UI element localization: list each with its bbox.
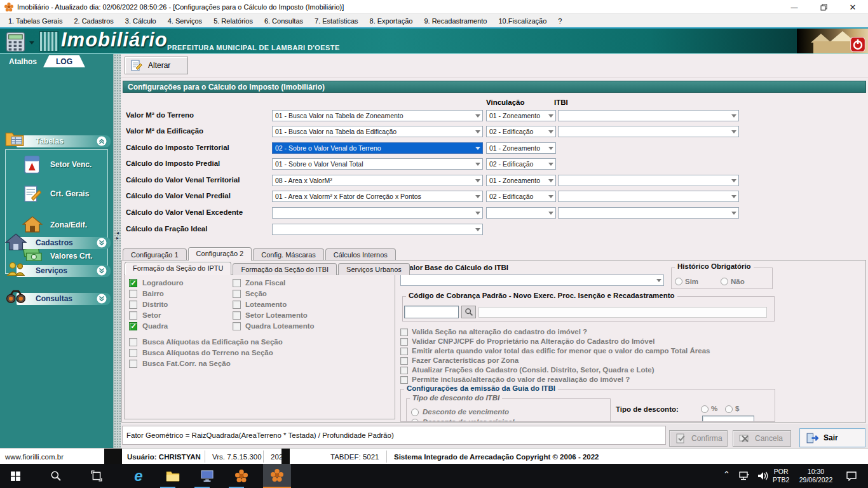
valor-base-itbi-select[interactable] bbox=[400, 274, 664, 286]
menu-fiscalizacao[interactable]: 10.Fiscalização bbox=[492, 16, 552, 26]
taskbar-search-button[interactable] bbox=[42, 464, 70, 488]
alterar-button[interactable]: Alterar bbox=[125, 57, 188, 74]
checkbox-atualizar-fracoes[interactable] bbox=[400, 367, 408, 374]
file-explorer-icon[interactable] bbox=[159, 464, 187, 488]
minimize-button[interactable]: — bbox=[782, 0, 807, 14]
radio-historico-nao[interactable] bbox=[721, 278, 728, 285]
itbi-select[interactable] bbox=[558, 126, 739, 137]
restore-button[interactable] bbox=[811, 0, 836, 14]
desconto-valor-input[interactable] bbox=[702, 416, 754, 422]
checkbox-permite-reavaliacao[interactable] bbox=[400, 376, 408, 384]
start-button[interactable] bbox=[1, 464, 29, 488]
checkbox-setor-loteamento[interactable] bbox=[233, 311, 241, 320]
radio-desconto-percent[interactable] bbox=[701, 405, 709, 413]
checkbox-label: Setor bbox=[142, 311, 161, 319]
tab-configuracao-1[interactable]: Configuração 1 bbox=[123, 248, 187, 261]
fracao-ideal-select[interactable] bbox=[272, 224, 483, 235]
menu-estatisticas[interactable]: 7. Estatísticas bbox=[309, 16, 363, 26]
venal-excedente-select[interactable] bbox=[272, 207, 483, 219]
radio-desconto-cash[interactable] bbox=[725, 405, 733, 413]
tray-chevron-icon[interactable]: ⌃ bbox=[723, 470, 730, 478]
sidebar-tab-atalhos[interactable]: Atalhos bbox=[9, 57, 37, 66]
vinculacao-select[interactable]: 02 - Edificação bbox=[486, 158, 556, 170]
checkbox-valida-secao[interactable] bbox=[400, 329, 408, 336]
system-app-icon[interactable] bbox=[193, 464, 221, 488]
vinculacao-select[interactable]: 01 - Zoneamento bbox=[486, 142, 556, 154]
codigo-cobranca-input[interactable] bbox=[404, 306, 459, 318]
chevron-down-icon[interactable] bbox=[97, 238, 107, 248]
fiorilli-app-icon[interactable] bbox=[227, 464, 255, 488]
network-icon[interactable] bbox=[735, 464, 754, 488]
vinculacao-select[interactable]: 01 - Zoneamento bbox=[486, 110, 556, 121]
checkbox-caracteristicas-zona[interactable] bbox=[400, 357, 408, 365]
volume-icon[interactable] bbox=[752, 464, 773, 488]
tab-formacao-secao-iptu[interactable]: Formação da Seção do IPTU bbox=[125, 262, 231, 275]
checkbox-validar-cnpj-cpf[interactable] bbox=[400, 338, 408, 346]
imposto-territorial-select[interactable]: 02 - Sobre o Valor Venal do Terreno bbox=[272, 142, 483, 154]
banner-dropdown-arrow-icon[interactable] bbox=[29, 41, 34, 44]
imposto-predial-select[interactable]: 01 - Sobre o Valor Venal Total bbox=[272, 158, 483, 170]
checkbox-quadra[interactable] bbox=[129, 322, 137, 330]
internet-explorer-icon[interactable]: e bbox=[125, 464, 153, 488]
radio-historico-sim[interactable] bbox=[675, 278, 682, 285]
sidebar-tab-log[interactable]: LOG bbox=[43, 55, 85, 67]
vinculacao-select[interactable]: 02 - Edificação bbox=[486, 126, 556, 137]
fiorilli-app-icon-active[interactable] bbox=[263, 464, 291, 488]
checkbox-busca-aliquotas-edificacao[interactable] bbox=[129, 338, 137, 346]
status-website[interactable]: www.fiorilli.com.br bbox=[0, 449, 69, 464]
tab-config-mascaras[interactable]: Config. Máscaras bbox=[253, 248, 324, 261]
tab-formacao-secao-itbi[interactable]: Formação da Seção do ITBI bbox=[233, 263, 337, 275]
sidebar-group-servicos[interactable]: Serviços bbox=[1, 264, 111, 278]
checkbox-quadra-loteamento[interactable] bbox=[233, 322, 241, 330]
menu-servicos[interactable]: 4. Serviços bbox=[162, 16, 208, 26]
itbi-select[interactable] bbox=[558, 207, 739, 219]
checkbox-zona-fiscal[interactable] bbox=[233, 279, 241, 287]
checkbox-secao[interactable] bbox=[233, 290, 241, 298]
radio-desconto-valor-original[interactable] bbox=[411, 419, 419, 422]
checkbox-bairro[interactable] bbox=[129, 290, 137, 298]
menu-relatorios[interactable]: 5. Relatórios bbox=[208, 16, 259, 26]
clock[interactable]: 10:3029/06/2022 bbox=[793, 468, 839, 484]
notification-center-icon[interactable] bbox=[840, 464, 863, 488]
task-view-button[interactable] bbox=[83, 464, 111, 488]
itbi-select[interactable] bbox=[558, 110, 739, 121]
itbi-select[interactable] bbox=[558, 191, 739, 202]
power-button-icon[interactable] bbox=[850, 37, 865, 52]
checkbox-setor[interactable] bbox=[129, 311, 137, 320]
language-indicator[interactable]: PORPTB2 bbox=[773, 468, 789, 484]
sidebar-group-consultas[interactable]: Consultas bbox=[1, 292, 111, 306]
vinculacao-select[interactable]: 01 - Zoneamento bbox=[486, 175, 556, 186]
chevron-down-icon[interactable] bbox=[97, 266, 107, 276]
menu-calculo[interactable]: 3. Cálculo bbox=[119, 16, 162, 26]
tab-configuracao-2[interactable]: Configuração 2 bbox=[188, 247, 252, 261]
edificacao-m2-select[interactable]: 01 - Busca Valor na Tabela da Edificação bbox=[272, 126, 483, 137]
checkbox-emitir-alerta[interactable] bbox=[400, 348, 408, 355]
sair-button[interactable]: Sair bbox=[799, 428, 865, 447]
menu-recadastramento[interactable]: 9. Recadastramento bbox=[418, 16, 492, 26]
close-button[interactable]: ✕ bbox=[840, 0, 865, 14]
tab-servicos-urbanos[interactable]: Serviços Urbanos bbox=[338, 263, 410, 275]
radio-desconto-vencimento[interactable] bbox=[411, 409, 419, 416]
chevron-down-icon[interactable] bbox=[97, 294, 107, 304]
terreno-m2-select[interactable]: 01 - Busca Valor na Tabela de Zoneamento bbox=[272, 110, 483, 121]
checkbox-busca-aliquotas-terreno[interactable] bbox=[129, 349, 137, 357]
menu-tabelas-gerais[interactable]: 1. Tabelas Gerais bbox=[3, 16, 68, 26]
tab-calculos-internos[interactable]: Cálculos Internos bbox=[325, 248, 396, 261]
confirma-button[interactable]: Confirma bbox=[669, 430, 728, 447]
checkbox-loteamento[interactable] bbox=[233, 301, 241, 309]
menu-cadastros[interactable]: 2. Cadastros bbox=[68, 16, 119, 26]
venal-predial-select[interactable]: 01 - Area x Valorm² x Fator de Correção … bbox=[272, 191, 483, 202]
checkbox-busca-fatcorr[interactable] bbox=[129, 360, 137, 368]
checkbox-logradouro[interactable] bbox=[129, 279, 137, 287]
itbi-select[interactable] bbox=[558, 175, 739, 186]
venal-territorial-select[interactable]: 08 - Area x ValorM² bbox=[272, 175, 483, 186]
checkbox-distrito[interactable] bbox=[129, 301, 137, 309]
vinculacao-select[interactable]: 02 - Edificação bbox=[486, 191, 556, 202]
cancela-button[interactable]: Cancela bbox=[733, 430, 791, 447]
menu-consultas[interactable]: 6. Consultas bbox=[259, 16, 309, 26]
vinculacao-select[interactable] bbox=[486, 207, 556, 219]
menu-help[interactable]: ? bbox=[552, 16, 567, 26]
codigo-search-button[interactable] bbox=[461, 306, 476, 318]
menu-exportacao[interactable]: 8. Exportação bbox=[364, 16, 419, 26]
sidebar-group-cadastros[interactable]: Cadastros bbox=[1, 236, 111, 250]
